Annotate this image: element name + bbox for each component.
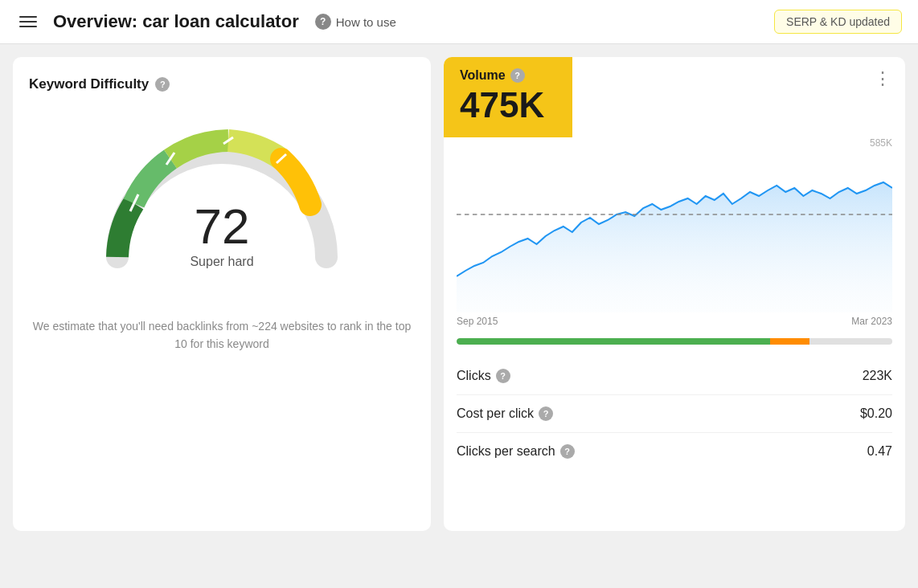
chart-max-label: 585K <box>457 137 892 149</box>
gauge-center: 72 Super hard <box>190 202 253 269</box>
kd-card-header: Keyword Difficulty ? <box>29 76 415 92</box>
kd-help-icon[interactable]: ? <box>155 77 170 92</box>
page-title: Overview: car loan calculator <box>53 11 299 32</box>
clicks-value: 223K <box>863 369 892 383</box>
stat-row-cpc: Cost per click ? $0.20 <box>457 395 892 433</box>
gauge-container: 72 Super hard <box>93 116 350 277</box>
header: Overview: car loan calculator ? How to u… <box>0 0 918 44</box>
volume-options-button[interactable]: ⋮ <box>861 57 905 88</box>
serp-badge: SERP & KD updated <box>774 10 902 34</box>
stat-row-cps: Clicks per search ? 0.47 <box>457 433 892 470</box>
progress-organic <box>457 338 770 345</box>
chart-date-end: Mar 2023 <box>851 316 892 327</box>
main-content: Keyword Difficulty ? <box>0 44 918 544</box>
stat-row-clicks: Clicks ? 223K <box>457 357 892 395</box>
cps-label: Clicks per search ? <box>457 444 575 459</box>
clicks-label: Clicks ? <box>457 369 510 383</box>
hamburger-menu[interactable] <box>16 13 40 31</box>
cps-value: 0.47 <box>867 444 892 459</box>
volume-header: Volume ? 475K ⋮ <box>444 57 905 137</box>
kd-title: Keyword Difficulty <box>29 76 149 92</box>
chart-svg-container <box>457 152 892 312</box>
volume-value: 475K <box>460 86 556 125</box>
chart-area: 585K Sep <box>444 137 905 345</box>
how-to-use-link[interactable]: ? How to use <box>315 14 396 30</box>
gauge-value: 72 <box>190 202 253 251</box>
chart-date-start: Sep 2015 <box>457 316 498 327</box>
volume-label: Volume ? <box>460 68 556 83</box>
keyword-difficulty-card: Keyword Difficulty ? <box>13 57 431 531</box>
gauge-difficulty-label: Super hard <box>190 255 253 269</box>
volume-card: Volume ? 475K ⋮ 585K <box>444 57 905 531</box>
volume-help-icon[interactable]: ? <box>510 68 525 83</box>
chart-dates: Sep 2015 Mar 2023 <box>457 312 892 333</box>
cpc-label: Cost per click ? <box>457 406 553 421</box>
clicks-progress-bar <box>457 338 892 345</box>
volume-badge: Volume ? 475K <box>444 57 572 137</box>
estimate-text: We estimate that you'll need backlinks f… <box>29 317 415 353</box>
cpc-help-icon[interactable]: ? <box>539 406 553 421</box>
clicks-help-icon[interactable]: ? <box>496 369 510 383</box>
volume-chart <box>457 152 892 312</box>
cps-help-icon[interactable]: ? <box>560 444 575 459</box>
cpc-value: $0.20 <box>860 406 892 421</box>
help-icon: ? <box>315 14 331 30</box>
progress-paid <box>770 338 809 345</box>
stats-section: Clicks ? 223K Cost per click ? $0.20 Cli… <box>444 357 905 470</box>
